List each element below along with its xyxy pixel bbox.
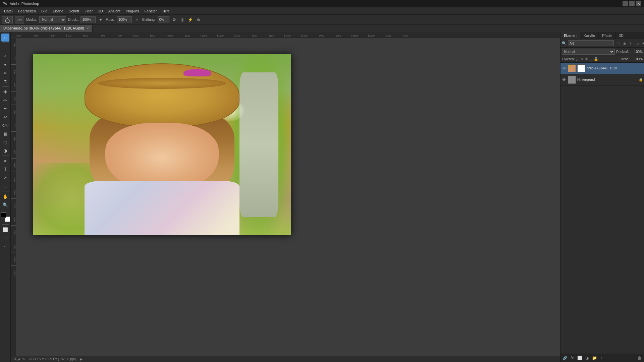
menu-datei[interactable]: Datei [1,8,15,14]
toolbar-separator-3 [2,156,9,156]
layer-visibility-toggle[interactable]: 👁 [562,66,567,71]
glattung-input[interactable] [158,16,169,23]
ruler-h-tick: 2300 [385,35,402,37]
ruler-h-tick: 1200 [201,35,217,37]
canvas-viewport[interactable] [16,38,560,356]
healing-tool[interactable]: ✚ [1,88,9,96]
flow-icon[interactable]: ✧ [134,17,140,23]
new-layer-btn[interactable]: + [599,355,605,361]
lock-artboard-btn[interactable]: ⊞ [589,57,592,61]
quick-mask-btn[interactable]: ⬜ [1,226,9,234]
ruler-h-tick: 1000 [167,35,184,37]
layer-item[interactable]: 👁 child-1423447_1920 [560,63,644,74]
foreground-color-swatch[interactable] [1,213,6,218]
eraser-tool[interactable]: ⌫ [1,121,9,129]
menu-bild[interactable]: Bild [39,8,50,14]
ruler-corner [11,32,16,38]
blur-tool[interactable]: ◌ [1,138,9,146]
canvas-background [33,54,291,235]
tab-close-button[interactable]: ✕ [86,26,89,30]
lock-all-btn[interactable]: 🔒 [594,57,598,61]
add-mask-btn[interactable]: ⬜ [577,355,583,361]
airbrush-icon[interactable]: ✦ [98,17,104,23]
lock-pixels-btn[interactable]: ✏ [581,57,584,61]
tab-3d[interactable]: 3D [615,32,627,39]
angle-icon[interactable]: ◎ [179,17,185,23]
status-arrow[interactable]: ▶ [80,357,83,361]
clone-stamp-tool[interactable]: ✒ [1,105,9,113]
eyedropper-tool[interactable]: ⚗ [1,77,9,85]
lock-transparent-btn[interactable]: ⬚ [576,57,579,61]
minimize-button[interactable]: ─ [623,1,628,6]
filter-smart-btn[interactable]: ✦ [641,41,644,46]
new-adjustment-btn[interactable]: ◑ [584,355,590,361]
tab-kanaele[interactable]: Kanäle [580,32,599,39]
menu-3d[interactable]: 3D [96,8,106,14]
new-group-btn[interactable]: 📁 [591,355,597,361]
menu-ansicht[interactable]: Ansicht [106,8,123,14]
quick-select-tool[interactable]: ✦ [1,61,9,69]
ruler-v-tick: 900 [11,145,16,158]
druck-input[interactable] [80,16,96,23]
menu-ebene[interactable]: Ebene [50,8,66,14]
canvas-document [33,54,291,235]
filter-shape-btn[interactable]: ▭ [634,41,640,46]
layer-thumbnail [568,76,576,84]
pen-tool[interactable]: ✒ [1,157,9,165]
layer-visibility-toggle[interactable]: 👁 [562,77,567,82]
dodge-tool[interactable]: ◑ [1,146,9,155]
tab-bar: Unbenannt-1 bei 36,4% (child-1423447_192… [0,25,644,32]
marquee-tool[interactable]: ⬚ [1,44,9,52]
right-panel: Ebenen Kanäle Pfade 3D 🔍 ⬚ ◑ T ▭ ✦ ● Nor… [560,32,644,362]
brush-size-display[interactable]: 219 [15,16,24,23]
crop-tool[interactable]: ⌗ [1,69,9,77]
fluss-input[interactable] [117,16,132,23]
shirt-element [85,181,239,235]
menu-filter[interactable]: Filter [82,8,95,14]
gradient-tool[interactable]: ▦ [1,130,9,138]
delete-layer-btn[interactable]: 🗑 [637,355,643,361]
link-layers-btn[interactable]: 🔗 [562,355,568,361]
zoom-tool[interactable]: 🔍 [1,201,9,209]
settings-icon[interactable]: ⚙ [171,17,177,23]
menu-hilfe[interactable]: Hilfe [160,8,172,14]
lasso-tool[interactable]: ⌖ [1,52,9,60]
tab-ebenen[interactable]: Ebenen [560,32,580,39]
extra-icon[interactable]: ⊕ [196,17,202,23]
opacity-value: 100% [631,50,643,54]
symmetry-icon[interactable]: ⚡ [187,17,194,23]
filter-adjust-btn[interactable]: ◑ [622,41,627,46]
move-tool[interactable]: ↔ [1,34,9,42]
main-content: ↔ ⬚ ⌖ ✦ ⌗ ⚗ ✚ ✏ ✒ ↩ ⌫ ▦ ◌ ◑ ✒ T ↗ ▭ ✋ 🔍 … [0,32,644,362]
layer-list: 👁 child-1423447_1920 👁 Hintergrund 🔒 [560,63,644,354]
filter-pixel-btn[interactable]: ⬚ [615,41,621,46]
toolbar-separator-2 [2,86,9,87]
maximize-button[interactable]: □ [629,1,635,6]
type-tool[interactable]: T [1,165,9,173]
shape-tool[interactable]: ▭ [1,182,9,190]
menu-schrift[interactable]: Schrift [66,8,82,14]
menu-fenster[interactable]: Fenster [142,8,160,14]
lock-position-btn[interactable]: ✥ [585,57,588,61]
menu-plugins[interactable]: Plug-ins [123,8,142,14]
brush-tool[interactable]: ✏ [1,96,9,104]
close-button[interactable]: ✕ [636,1,641,6]
color-swatch-area[interactable] [1,213,10,222]
document-tab[interactable]: Unbenannt-1 bei 36,4% (child-1423447_192… [0,25,93,32]
menu-bearbeiten[interactable]: Bearbeiten [15,8,39,14]
layer-item[interactable]: 👁 Hintergrund 🔒 [560,74,644,85]
filter-type-btn[interactable]: T [628,41,633,46]
blend-mode-select[interactable]: Normal [562,49,615,55]
mode-select[interactable]: Normal [39,16,66,23]
screen-mode-btn[interactable]: ▭ [1,234,9,242]
glattung-label: Glättung: [142,18,156,21]
add-style-btn[interactable]: fx [569,355,575,361]
layer-search-input[interactable] [568,40,614,46]
path-select-tool[interactable]: ↗ [1,174,9,182]
extra-tools-btn[interactable]: ··· [1,242,9,250]
tool-preset-picker[interactable] [2,16,13,23]
tab-pfade[interactable]: Pfade [599,32,615,39]
history-brush-tool[interactable]: ↩ [1,113,9,121]
hand-tool[interactable]: ✋ [1,192,9,200]
ruler-h-tick: 2200 [368,35,385,37]
